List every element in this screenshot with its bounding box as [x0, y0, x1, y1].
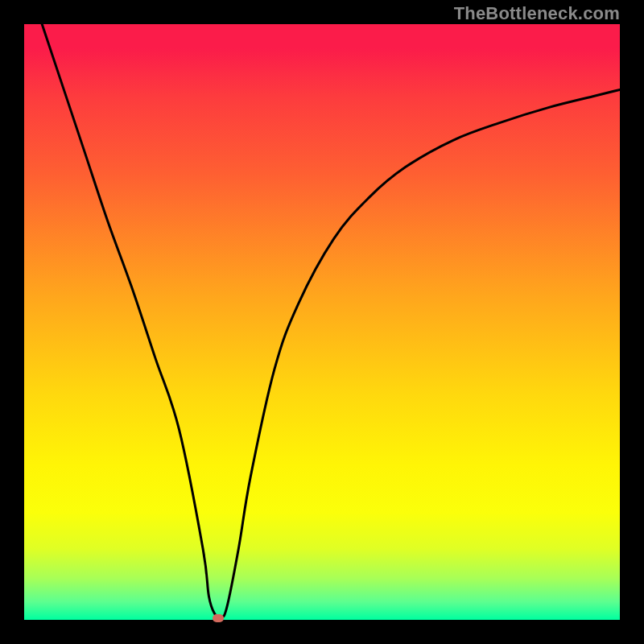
chart-frame: TheBottleneck.com [0, 0, 644, 644]
curve-svg [24, 24, 620, 620]
optimum-marker [213, 614, 224, 622]
watermark-text: TheBottleneck.com [454, 3, 620, 24]
bottleneck-curve-path [42, 24, 620, 617]
plot-area [24, 24, 620, 620]
